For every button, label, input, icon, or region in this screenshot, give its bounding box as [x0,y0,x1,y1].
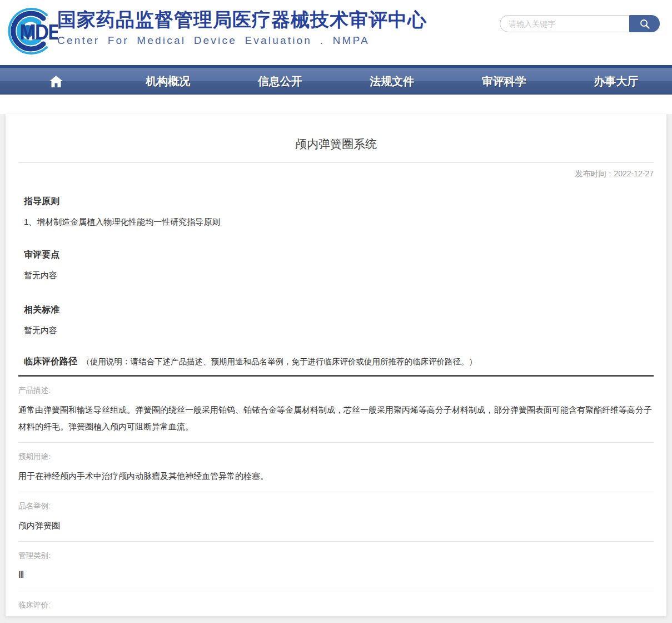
spacer [0,95,672,114]
brand-block: 国家药品监督管理局医疗器械技术审评中心 Center For Medical D… [57,9,427,47]
nav-item-regulations[interactable]: 法规文件 [336,68,449,95]
nav-item-service-hall[interactable]: 办事大厅 [560,68,672,95]
nav-item-about[interactable]: 机构概况 [112,68,225,95]
nav-item-home[interactable] [0,68,112,95]
field-value: 颅内弹簧圈 [18,517,654,534]
search-button[interactable] [629,15,660,32]
field-list: 产品描述: 通常由弹簧圈和输送导丝组成。弹簧圈的绕丝一般采用铂钨、铂铱合金等金属… [18,377,654,616]
field-row-product-description: 产品描述: 通常由弹簧圈和输送导丝组成。弹簧圈的绕丝一般采用铂钨、铂铱合金等金属… [18,377,654,443]
logo-text: MDE [20,21,58,44]
section-guiding-principles: 指导原则 1、增材制造金属植入物理化性能均一性研究指导原则 [24,196,654,228]
page-background: 颅内弹簧圈系统 发布时间：2022-12-27 指导原则 1、增材制造金属植入物… [0,114,672,623]
field-row-management-class: 管理类别: Ⅲ [18,542,654,591]
site-header: MDE 国家药品监督管理局医疗器械技术审评中心 Center For Medic… [0,0,672,65]
section-empty-text: 暂无内容 [24,270,654,281]
field-value: 通常由弹簧圈和输送导丝组成。弹簧圈的绕丝一般采用铂钨、铂铱合金等金属材料制成，芯… [18,402,654,435]
cmde-logo-icon: MDE [4,6,58,57]
article-card: 颅内弹簧圈系统 发布时间：2022-12-27 指导原则 1、增材制造金属植入物… [6,114,666,616]
nav-item-info-disclosure[interactable]: 信息公开 [224,68,336,95]
publish-date: 发布时间：2022-12-27 [18,169,654,179]
field-value: 用于在神经颅内手术中治疗颅内动脉瘤及其他神经血管异常的栓塞。 [18,468,654,484]
field-row-product-name-example: 品名举例: 颅内弹簧圈 [18,492,654,542]
field-label: 临床评价: [18,600,654,610]
field-row-intended-use: 预期用途: 用于在神经颅内手术中治疗颅内动脉瘤及其他神经血管异常的栓塞。 [18,443,654,492]
field-label: 预期用途: [18,452,654,462]
site-title-cn: 国家药品监督管理局医疗器械技术审评中心 [57,9,427,31]
section-empty-text: 暂无内容 [24,325,654,336]
site-title-en: Center For Medical Device Evaluation . N… [57,34,427,47]
nav-item-review-science[interactable]: 审评科学 [448,68,560,95]
cmde-logo[interactable]: MDE [4,6,58,57]
section-heading: 指导原则 [24,196,654,207]
field-row-clinical-evaluation: 临床评价: 同品种 [18,591,654,616]
field-label: 管理类别: [18,551,654,561]
search-box [500,15,660,32]
section-clinical-evaluation-path: 临床评价路径 （使用说明：请结合下述产品描述、预期用途和品名举例，免于进行临床评… [24,356,654,368]
page-title: 颅内弹簧圈系统 [18,114,654,152]
section-heading: 相关标准 [24,304,654,316]
guideline-link[interactable]: 1、增材制造金属植入物理化性能均一性研究指导原则 [24,217,654,228]
field-value: Ⅲ [18,567,654,584]
field-label: 产品描述: [18,385,654,395]
home-icon [49,75,63,88]
section-heading: 审评要点 [24,249,654,261]
title-divider [18,162,654,163]
field-label: 品名举例: [18,501,654,511]
section-heading: 临床评价路径 [24,357,77,366]
section-review-points: 审评要点 暂无内容 [24,249,654,281]
search-icon [639,18,650,29]
main-nav: 机构概况 信息公开 法规文件 审评科学 办事大厅 [0,65,672,95]
search-input[interactable] [500,16,625,32]
clinical-path-note: （使用说明：请结合下述产品描述、预期用途和品名举例，免于进行临床评价或使用所推荐… [82,357,477,366]
section-related-standards: 相关标准 暂无内容 [24,304,654,336]
